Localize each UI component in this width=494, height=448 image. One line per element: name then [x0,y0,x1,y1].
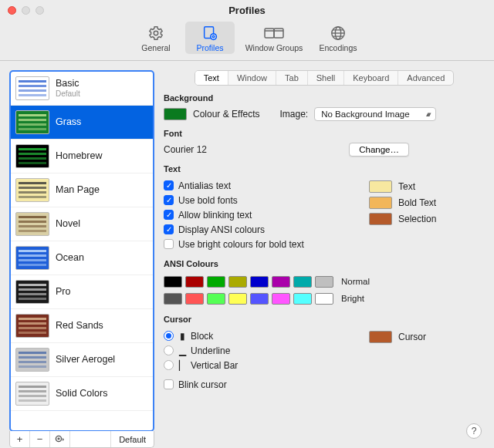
toolbar-window-groups[interactable]: Window Groups [239,22,309,54]
ansi-colour-well[interactable] [315,276,333,288]
checkbox-row[interactable]: Blink cursor [164,377,346,392]
profile-name: Man Page [56,185,100,196]
radio-row[interactable]: ▮Block [164,328,346,343]
profile-item[interactable]: Ocean [11,241,153,275]
ansi-colour-well[interactable] [164,293,182,305]
background-image-select[interactable]: No Background Image ▴▾ [314,107,436,121]
cursor-glyph-icon: ▁ [178,345,186,356]
ansi-colour-well[interactable] [228,293,247,305]
cursor-glyph-icon: ▮ [178,331,186,342]
radio[interactable] [164,360,174,370]
checkbox[interactable] [164,180,174,190]
profile-list[interactable]: BasicDefaultGrassHomebrewMan PageNovelOc… [9,70,154,432]
profile-item[interactable]: Homebrew [11,140,153,173]
toolbar-encodings[interactable]: Encodings [313,22,363,54]
toolbar-label: Window Groups [245,43,303,52]
ansi-section: ANSI Colours Normal Bright [164,259,485,307]
ansi-colour-well[interactable] [185,276,204,288]
toolbar-general[interactable]: General [131,22,181,54]
profile-thumbnail [15,144,49,168]
profile-name: Novel [56,219,80,230]
section-heading: Cursor [164,315,485,324]
checkbox[interactable] [164,224,174,234]
ansi-colour-well[interactable] [272,293,290,305]
tab-tab[interactable]: Tab [276,71,308,85]
profile-actions-menu[interactable] [50,431,70,447]
tab-keyboard[interactable]: Keyboard [344,71,398,85]
ansi-colour-well[interactable] [207,293,225,305]
ansi-colour-well[interactable] [207,276,225,288]
checkbox-row[interactable]: Use bright colours for bold text [164,237,346,251]
profile-thumbnail [15,314,49,338]
checkbox[interactable] [164,379,174,389]
ansi-colour-well[interactable] [185,293,204,305]
colour-well[interactable] [369,213,392,225]
help-button[interactable]: ? [466,423,482,439]
background-section: Background Colour & Effects Image: No Ba… [164,93,485,121]
swatch-label: Selection [398,214,436,224]
ansi-colour-well[interactable] [228,276,247,288]
profile-item[interactable]: Pro [11,275,153,309]
colour-well[interactable] [369,180,392,193]
profile-item[interactable]: BasicDefault [11,72,153,106]
checkbox-label: Antialias text [178,180,231,191]
profile-thumbnail [15,212,49,236]
ansi-colour-well[interactable] [293,276,312,288]
chevron-updown-icon: ▴▾ [426,110,429,118]
add-profile-button[interactable]: + [10,431,30,447]
remove-profile-button[interactable]: − [30,431,50,447]
profile-name: Pro [56,287,70,298]
section-heading: Background [164,93,485,103]
profile-item[interactable]: Novel [11,207,153,241]
profile-thumbnail [15,382,49,406]
font-section: Font Courier 12 Change… [164,129,485,157]
toolbar-profiles[interactable]: Profiles [185,22,235,54]
sidebar: BasicDefaultGrassHomebrewMan PageNovelOc… [9,70,154,448]
toolbar-label: Encodings [319,43,357,52]
checkbox-label: Use bright colours for bold text [178,239,304,250]
cursor-colour-well[interactable] [369,331,392,343]
checkbox[interactable] [164,239,174,249]
checkbox-row[interactable]: Use bold fonts [164,193,346,207]
checkbox[interactable] [164,195,174,205]
checkbox-row[interactable]: Allow blinking text [164,207,346,222]
profile-thumbnail [15,348,49,372]
radio[interactable] [164,331,174,341]
checkbox-row[interactable]: Display ANSI colours [164,222,346,237]
tab-shell[interactable]: Shell [308,71,344,85]
checkbox-label: Use bold fonts [178,195,238,206]
change-font-button[interactable]: Change… [349,143,409,157]
ansi-colour-well[interactable] [164,276,182,288]
profile-item[interactable]: Silver Aerogel [11,343,153,377]
radio[interactable] [164,345,174,355]
main-content: BasicDefaultGrassHomebrewMan PageNovelOc… [0,61,494,448]
text-section: Text Antialias textUse bold fontsAllow b… [164,164,485,251]
globe-icon [330,24,347,42]
profile-name: Basic [56,79,80,89]
radio-row[interactable]: ▁Underline [164,343,346,358]
svg-point-0 [154,31,158,35]
profile-thumbnail [15,280,49,304]
checkbox-label: Allow blinking text [178,210,252,221]
sidebar-footer: + − Default [9,431,154,448]
profile-item[interactable]: Solid Colors [11,377,153,411]
ansi-colour-well[interactable] [272,276,290,288]
set-default-button[interactable]: Default [111,431,154,447]
profile-item[interactable]: Red Sands [11,309,153,343]
profile-item[interactable]: Grass [11,106,153,140]
radio-row[interactable]: ▏Vertical Bar [164,358,346,372]
ansi-colour-well[interactable] [315,293,333,305]
tab-advanced[interactable]: Advanced [398,71,453,85]
profile-subtitle: Default [56,89,80,98]
tab-window[interactable]: Window [228,71,276,85]
radio-label: Underline [191,345,230,356]
ansi-colour-well[interactable] [250,293,269,305]
colour-well[interactable] [369,197,392,209]
ansi-colour-well[interactable] [250,276,269,288]
profile-item[interactable]: Man Page [11,173,153,207]
checkbox[interactable] [164,210,174,220]
ansi-colour-well[interactable] [293,293,312,305]
tab-text[interactable]: Text [195,71,228,85]
background-colour-well[interactable] [164,108,187,120]
checkbox-row[interactable]: Antialias text [164,178,346,193]
